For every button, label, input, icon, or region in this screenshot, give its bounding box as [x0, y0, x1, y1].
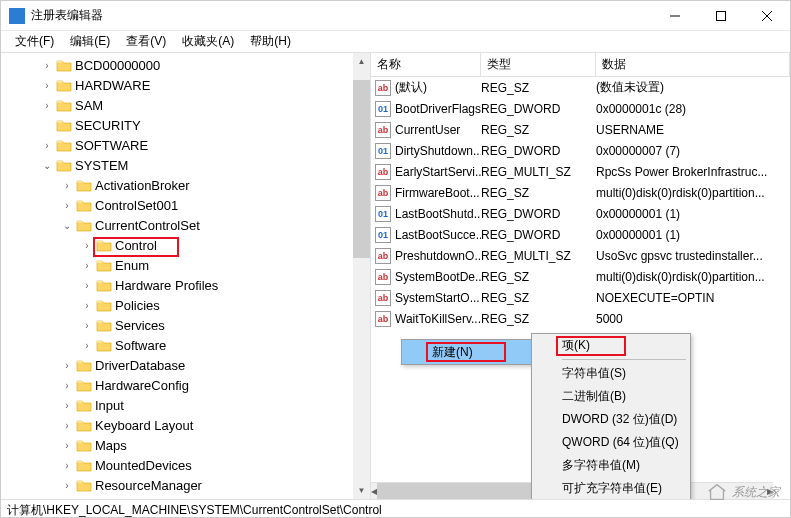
menu-favorites[interactable]: 收藏夹(A): [174, 31, 242, 52]
expander-icon[interactable]: ›: [61, 180, 73, 191]
tree-item-driverdatabase[interactable]: ›DriverDatabase: [1, 355, 370, 375]
submenu-dword[interactable]: DWORD (32 位)值(D): [532, 408, 690, 431]
tree-label: ControlSet001: [95, 198, 178, 213]
expander-icon[interactable]: ›: [61, 420, 73, 431]
tree-item-currentcontrolset[interactable]: ⌄CurrentControlSet: [1, 215, 370, 235]
close-button[interactable]: [744, 1, 790, 31]
value-data: 0x0000001c (28): [596, 102, 790, 116]
value-row[interactable]: abSystemStartO...REG_SZ NOEXECUTE=OPTIN: [371, 287, 790, 308]
expander-icon[interactable]: ›: [61, 400, 73, 411]
tree-item-policies[interactable]: ›Policies: [1, 295, 370, 315]
value-name: PreshutdownO...: [395, 249, 481, 263]
value-row[interactable]: abFirmwareBoot...REG_SZmulti(0)disk(0)rd…: [371, 182, 790, 203]
minimize-button[interactable]: [652, 1, 698, 31]
value-row[interactable]: abPreshutdownO...REG_MULTI_SZUsoSvc gpsv…: [371, 245, 790, 266]
tree-item-bcd00000000[interactable]: ›BCD00000000: [1, 55, 370, 75]
submenu-binary-label: 二进制值(B): [562, 388, 626, 405]
value-row[interactable]: 01LastBootShutd...REG_DWORD0x00000001 (1…: [371, 203, 790, 224]
tree-item-enum[interactable]: ›Enum: [1, 255, 370, 275]
value-row[interactable]: ab(默认)REG_SZ(数值未设置): [371, 77, 790, 98]
value-row[interactable]: 01DirtyShutdown...REG_DWORD0x00000007 (7…: [371, 140, 790, 161]
submenu-expand[interactable]: 可扩充字符串值(E): [532, 477, 690, 499]
tree-item-mounteddevices[interactable]: ›MountedDevices: [1, 455, 370, 475]
tree-item-security[interactable]: SECURITY: [1, 115, 370, 135]
value-type: REG_MULTI_SZ: [481, 165, 596, 179]
value-row[interactable]: 01LastBootSucce...REG_DWORD0x00000001 (1…: [371, 224, 790, 245]
submenu-binary[interactable]: 二进制值(B): [532, 385, 690, 408]
value-data: 0x00000007 (7): [596, 144, 790, 158]
expander-icon[interactable]: ›: [41, 140, 53, 151]
value-row[interactable]: abWaitToKillServ...REG_SZ5000: [371, 308, 790, 329]
value-type: REG_SZ: [481, 123, 596, 137]
tree-label: ResourceManager: [95, 478, 202, 493]
value-type: REG_DWORD: [481, 144, 596, 158]
tree-item-control[interactable]: ›Control: [1, 235, 370, 255]
scroll-down-icon[interactable]: ▼: [353, 482, 370, 499]
menu-view[interactable]: 查看(V): [118, 31, 174, 52]
menu-help[interactable]: 帮助(H): [242, 31, 299, 52]
tree-item-hardware[interactable]: ›HARDWARE: [1, 75, 370, 95]
expander-icon[interactable]: ›: [41, 60, 53, 71]
expander-icon[interactable]: ›: [41, 100, 53, 111]
expander-icon[interactable]: ›: [81, 260, 93, 271]
tree-item-system[interactable]: ⌄SYSTEM: [1, 155, 370, 175]
tree-item-activationbroker[interactable]: ›ActivationBroker: [1, 175, 370, 195]
column-data[interactable]: 数据: [596, 53, 790, 76]
value-name: SystemStartO...: [395, 291, 480, 305]
tree-item-controlset001[interactable]: ›ControlSet001: [1, 195, 370, 215]
value-type: REG_DWORD: [481, 228, 596, 242]
submenu-key[interactable]: 项(K): [532, 334, 690, 357]
submenu-multi[interactable]: 多字符串值(M): [532, 454, 690, 477]
registry-tree: ›BCD00000000›HARDWARE›SAMSECURITY›SOFTWA…: [1, 53, 371, 499]
tree-label: SECURITY: [75, 118, 141, 133]
expander-icon[interactable]: ›: [41, 80, 53, 91]
tree-item-resourcemanager[interactable]: ›ResourceManager: [1, 475, 370, 495]
tree-item-services[interactable]: ›Services: [1, 315, 370, 335]
tree-label: Services: [115, 318, 165, 333]
expander-icon[interactable]: ›: [81, 300, 93, 311]
tree-scrollbar[interactable]: ▲ ▼: [353, 53, 370, 499]
expander-icon[interactable]: ›: [81, 240, 93, 251]
column-name[interactable]: 名称: [371, 53, 481, 76]
value-name: BootDriverFlags: [395, 102, 481, 116]
tree-item-software[interactable]: ›Software: [1, 335, 370, 355]
expander-icon[interactable]: ›: [81, 320, 93, 331]
menu-edit[interactable]: 编辑(E): [62, 31, 118, 52]
maximize-button[interactable]: [698, 1, 744, 31]
value-row[interactable]: abEarlyStartServi...REG_MULTI_SZRpcSs Po…: [371, 161, 790, 182]
value-list: 名称 类型 数据 ab(默认)REG_SZ(数值未设置)01BootDriver…: [371, 53, 790, 499]
value-name: SystemBootDe...: [395, 270, 481, 284]
expander-icon[interactable]: ⌄: [41, 160, 53, 171]
tree-item-software[interactable]: ›SOFTWARE: [1, 135, 370, 155]
value-row[interactable]: 01BootDriverFlagsREG_DWORD0x0000001c (28…: [371, 98, 790, 119]
tree-item-hardware-profiles[interactable]: ›Hardware Profiles: [1, 275, 370, 295]
value-name: (默认): [395, 79, 427, 96]
expander-icon[interactable]: ›: [61, 360, 73, 371]
value-data: 0x00000001 (1): [596, 228, 790, 242]
expander-icon[interactable]: ›: [61, 380, 73, 391]
expander-icon[interactable]: ›: [61, 480, 73, 491]
context-new[interactable]: 新建(N) ▶: [402, 340, 550, 364]
tree-item-maps[interactable]: ›Maps: [1, 435, 370, 455]
value-row[interactable]: abSystemBootDe...REG_SZmulti(0)disk(0)rd…: [371, 266, 790, 287]
expander-icon[interactable]: ⌄: [61, 220, 73, 231]
binary-value-icon: 01: [375, 101, 391, 117]
tree-item-sam[interactable]: ›SAM: [1, 95, 370, 115]
tree-item-keyboard-layout[interactable]: ›Keyboard Layout: [1, 415, 370, 435]
menu-file[interactable]: 文件(F): [7, 31, 62, 52]
submenu-qword[interactable]: QWORD (64 位)值(Q): [532, 431, 690, 454]
submenu-string[interactable]: 字符串值(S): [532, 362, 690, 385]
tree-item-hardwareconfig[interactable]: ›HardwareConfig: [1, 375, 370, 395]
expander-icon[interactable]: ›: [61, 460, 73, 471]
value-row[interactable]: abCurrentUserREG_SZUSERNAME: [371, 119, 790, 140]
expander-icon[interactable]: ›: [61, 440, 73, 451]
svg-rect-1: [717, 11, 726, 20]
expander-icon[interactable]: ›: [61, 200, 73, 211]
column-type[interactable]: 类型: [481, 53, 596, 76]
expander-icon[interactable]: ›: [81, 280, 93, 291]
scroll-thumb[interactable]: [353, 80, 370, 258]
scroll-up-icon[interactable]: ▲: [353, 53, 370, 70]
tree-item-input[interactable]: ›Input: [1, 395, 370, 415]
value-data: NOEXECUTE=OPTIN: [596, 291, 790, 305]
expander-icon[interactable]: ›: [81, 340, 93, 351]
